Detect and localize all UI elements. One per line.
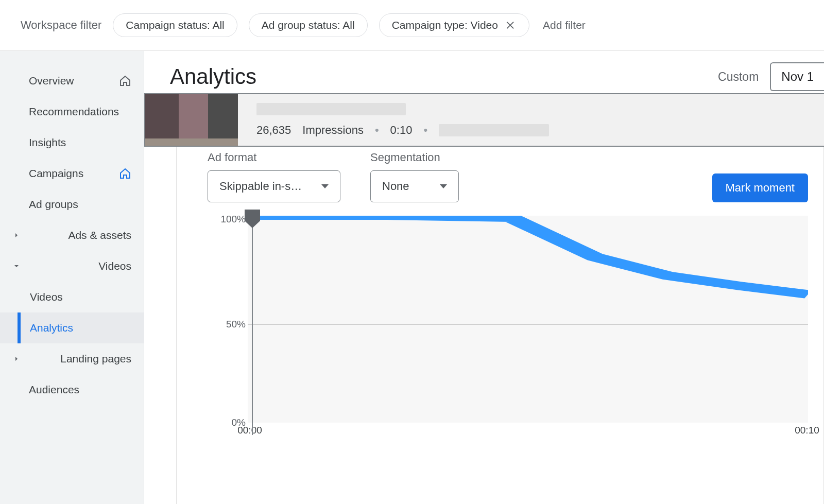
video-thumbnail[interactable] xyxy=(145,94,238,146)
filter-chip-text: Campaign type: Video xyxy=(392,19,498,31)
sidebar-item-label: Recommendations xyxy=(29,106,119,118)
home-icon xyxy=(119,75,131,87)
filter-chip-campaign-status[interactable]: Campaign status: All xyxy=(113,13,237,37)
video-summary-bar[interactable]: 26,635 Impressions • 0:10 • xyxy=(144,93,824,147)
sidebar-item-campaigns[interactable]: Campaigns xyxy=(0,158,144,189)
sidebar-item-label: Videos xyxy=(98,260,131,272)
sidebar-item-videos[interactable]: Videos xyxy=(0,251,144,282)
workspace-filter-label: Workspace filter xyxy=(21,19,101,32)
chevron-right-icon xyxy=(12,354,23,364)
separator-dot: • xyxy=(375,124,379,137)
filter-chip-campaign-type[interactable]: Campaign type: Video xyxy=(379,13,529,37)
sidebar-item-overview[interactable]: Overview xyxy=(0,65,144,96)
sidebar-item-adgroups[interactable]: Ad groups xyxy=(0,189,144,220)
add-filter-button[interactable]: Add filter xyxy=(543,19,586,31)
sidebar-item-landing-pages[interactable]: Landing pages xyxy=(0,343,144,374)
sidebar-item-audiences[interactable]: Audiences xyxy=(0,374,144,405)
sidebar-item-ads-assets[interactable]: Ads & assets xyxy=(0,220,144,251)
x-tick-label: 00:00 xyxy=(237,425,262,436)
sidebar-item-label: Overview xyxy=(29,75,74,87)
sidebar-item-label: Ads & assets xyxy=(68,229,131,241)
sidebar: Overview Recommendations Insights Campai… xyxy=(0,51,144,504)
chevron-down-icon xyxy=(440,184,447,188)
sidebar-item-label: Campaigns xyxy=(29,167,83,180)
sidebar-item-label: Insights xyxy=(29,136,66,149)
retention-chart[interactable]: 100% 50% 0% 00:00 00:10 xyxy=(208,214,808,435)
mark-moment-button[interactable]: Mark moment xyxy=(712,173,808,202)
video-duration: 0:10 xyxy=(390,124,413,137)
sidebar-item-label: Audiences xyxy=(29,384,79,396)
sidebar-item-label: Analytics xyxy=(30,322,73,334)
x-tick-label: 00:10 xyxy=(795,425,819,436)
ad-format-select[interactable]: Skippable in-s… xyxy=(208,170,340,202)
impressions-label: Impressions xyxy=(302,124,364,137)
sidebar-item-label: Ad groups xyxy=(29,198,78,211)
segmentation-select[interactable]: None xyxy=(370,170,459,202)
date-range-picker[interactable]: Nov 1 xyxy=(770,62,824,91)
close-icon[interactable] xyxy=(505,20,517,31)
sidebar-item-label: Landing pages xyxy=(60,353,131,365)
y-tick-label: 50% xyxy=(226,319,246,330)
ad-format-value: Skippable in-s… xyxy=(219,180,302,193)
y-tick-label: 100% xyxy=(220,214,246,225)
retention-line xyxy=(248,216,808,423)
sidebar-item-videos-sub[interactable]: Videos xyxy=(0,282,144,312)
sidebar-item-recommendations[interactable]: Recommendations xyxy=(0,96,144,127)
date-range-preset[interactable]: Custom xyxy=(718,70,759,84)
chevron-down-icon xyxy=(12,261,23,271)
redacted-title xyxy=(256,103,406,115)
filter-chip-adgroup-status[interactable]: Ad group status: All xyxy=(249,13,368,37)
redacted-meta xyxy=(439,124,549,136)
segmentation-value: None xyxy=(382,180,409,193)
page-title: Analytics xyxy=(170,64,256,89)
sidebar-item-label: Videos xyxy=(30,291,63,303)
filter-chip-text: Ad group status: All xyxy=(262,19,355,31)
chevron-down-icon xyxy=(321,184,329,188)
impressions-value: 26,635 xyxy=(256,124,291,137)
timeline-scrubber[interactable] xyxy=(245,210,260,221)
separator-dot: • xyxy=(423,124,427,137)
segmentation-label: Segmentation xyxy=(370,151,459,164)
sidebar-item-analytics[interactable]: Analytics xyxy=(0,312,144,343)
ad-format-label: Ad format xyxy=(208,151,340,164)
home-icon xyxy=(119,167,131,180)
chevron-right-icon xyxy=(12,230,23,240)
filter-chip-text: Campaign status: All xyxy=(126,19,224,31)
sidebar-item-insights[interactable]: Insights xyxy=(0,127,144,158)
